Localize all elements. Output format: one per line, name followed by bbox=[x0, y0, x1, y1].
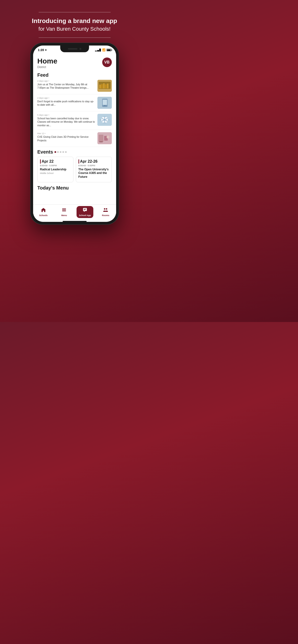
feed-thumbnail bbox=[97, 80, 112, 92]
event-time: 8:00AM - 5:00PM bbox=[40, 164, 71, 167]
nav-label-menu: Menu bbox=[61, 214, 67, 216]
home-header: Home District VB bbox=[37, 58, 112, 69]
svg-point-29 bbox=[106, 208, 107, 210]
feed-item[interactable]: 5 days ago • School has been cancelled t… bbox=[37, 114, 112, 130]
nav-label-rooms: Rooms bbox=[102, 214, 109, 216]
chat-icon bbox=[83, 208, 87, 214]
dot-3 bbox=[60, 151, 61, 153]
svg-rect-23 bbox=[62, 210, 66, 211]
svg-rect-14 bbox=[99, 135, 103, 142]
event-name: Radical Leadership bbox=[40, 168, 71, 172]
events-header: Events bbox=[37, 149, 112, 155]
event-time: 8:00AM - 5:00PM bbox=[78, 164, 109, 167]
home-indicator bbox=[63, 221, 87, 222]
feed-body: Join us at The Center on Monday, July 8t… bbox=[37, 83, 95, 90]
notch bbox=[60, 46, 89, 52]
battery-fill bbox=[107, 49, 111, 51]
menu-icon bbox=[62, 208, 66, 214]
notch-camera bbox=[79, 48, 81, 50]
svg-rect-6 bbox=[107, 84, 108, 88]
location-arrow-icon: ➤ bbox=[45, 49, 47, 51]
nav-item-rooms[interactable]: Rooms bbox=[97, 206, 114, 218]
screen-content: Home District VB Feed 2 days ago • Join … bbox=[33, 54, 116, 222]
feed-thumbnail bbox=[97, 132, 112, 144]
feed-body: School has been cancelled today due to s… bbox=[37, 117, 95, 127]
avatar[interactable]: VB bbox=[102, 58, 112, 67]
event-bar bbox=[78, 159, 79, 164]
nav-label-schools: Schools bbox=[39, 214, 48, 216]
feed-body: CVE Giving Club Uses 3D Printing for Ser… bbox=[37, 135, 95, 142]
home-subtitle: District bbox=[37, 66, 46, 69]
signal-icon: ▂▄█ bbox=[95, 49, 101, 51]
feed-item-text: Mar 12 • CVE Giving Club Uses 3D Printin… bbox=[37, 132, 95, 144]
bottom-divider bbox=[39, 38, 111, 38]
dot-2 bbox=[57, 151, 59, 153]
dot-4 bbox=[62, 151, 64, 153]
event-location: Middle School bbox=[40, 172, 71, 174]
event-name: The Open University's Course A305 and th… bbox=[78, 168, 109, 179]
svg-point-28 bbox=[104, 208, 105, 210]
home-title-group: Home District bbox=[37, 58, 57, 69]
bottom-nav: Schools Menu bbox=[33, 204, 116, 220]
svg-rect-3 bbox=[101, 84, 103, 88]
building-icon bbox=[41, 208, 46, 214]
events-section-title: Events bbox=[37, 149, 53, 155]
nav-item-schools[interactable]: Schools bbox=[35, 206, 52, 218]
nav-label-school-app: School App bbox=[79, 214, 91, 216]
avatar-initials: VB bbox=[104, 60, 109, 64]
svg-rect-5 bbox=[105, 84, 106, 88]
wifi-icon: 📶 bbox=[102, 48, 106, 52]
nav-item-menu[interactable]: Menu bbox=[56, 206, 72, 218]
feed-item-text: 2 days ago • Join us at The Center on Mo… bbox=[37, 80, 95, 92]
svg-rect-24 bbox=[83, 208, 87, 211]
feed-item[interactable]: 2 days ago • Join us at The Center on Mo… bbox=[37, 80, 112, 94]
svg-rect-27 bbox=[84, 210, 85, 210]
content-scroll: Home District VB Feed 2 days ago • Join … bbox=[33, 54, 116, 204]
svg-rect-2 bbox=[99, 84, 101, 88]
event-date: Apr 22 bbox=[40, 159, 71, 164]
svg-rect-20 bbox=[43, 210, 44, 212]
phone-screen: 1:20 ➤ ▂▄█ 📶 Home bbox=[33, 46, 116, 222]
feed-body: Don't forget to enable push notification… bbox=[37, 100, 95, 106]
feed-section-title: Feed bbox=[37, 72, 112, 78]
battery-icon bbox=[106, 49, 111, 51]
feed-item-text: 2 days ago • Don't forget to enable push… bbox=[37, 97, 95, 109]
feed-item[interactable]: 2 days ago • Don't forget to enable push… bbox=[37, 97, 112, 112]
hero-headline: Introducing a brand new app for Van Bure… bbox=[22, 12, 127, 38]
svg-marker-19 bbox=[41, 208, 46, 210]
phone-mockup: 1:20 ➤ ▂▄█ 📶 Home bbox=[30, 43, 119, 225]
home-title: Home bbox=[37, 58, 57, 65]
feed-meta: 2 days ago • bbox=[37, 80, 95, 82]
event-card[interactable]: Apr 22 8:00AM - 5:00PM Radical Leadershi… bbox=[37, 157, 73, 182]
feed-thumbnail bbox=[97, 114, 112, 126]
hero-line2: for Van Buren County Schools! bbox=[32, 26, 117, 32]
status-bar: 1:20 ➤ ▂▄█ 📶 bbox=[33, 46, 116, 54]
feed-meta: 5 days ago • bbox=[37, 114, 95, 116]
feed-meta: 2 days ago • bbox=[37, 97, 95, 99]
svg-rect-9 bbox=[103, 100, 107, 105]
svg-rect-4 bbox=[103, 84, 105, 88]
events-pagination-dots bbox=[54, 151, 67, 153]
dot-5 bbox=[65, 151, 67, 153]
hero-line1: Introducing a brand new app bbox=[32, 17, 117, 25]
feed-thumbnail bbox=[97, 97, 112, 109]
svg-rect-21 bbox=[62, 208, 66, 209]
notch-pill bbox=[68, 48, 77, 50]
feed-item[interactable]: Mar 12 • CVE Giving Club Uses 3D Printin… bbox=[37, 132, 112, 147]
event-date: Apr 22-26 bbox=[78, 159, 109, 164]
svg-rect-17 bbox=[99, 141, 103, 142]
status-icons: ▂▄█ 📶 bbox=[95, 48, 111, 52]
svg-marker-25 bbox=[84, 211, 85, 212]
dot-1 bbox=[54, 151, 56, 153]
event-card[interactable]: Apr 22-26 8:00AM - 5:00PM The Open Unive… bbox=[76, 157, 112, 182]
feed-meta: Mar 12 • bbox=[37, 132, 95, 135]
nav-item-school-app[interactable]: School App bbox=[77, 206, 93, 218]
events-row: Apr 22 8:00AM - 5:00PM Radical Leadershi… bbox=[37, 157, 112, 182]
status-time: 1:20 ➤ bbox=[38, 48, 47, 52]
svg-rect-22 bbox=[62, 210, 66, 210]
people-icon bbox=[103, 208, 108, 214]
svg-rect-26 bbox=[84, 209, 86, 209]
feed-item-text: 5 days ago • School has been cancelled t… bbox=[37, 114, 95, 127]
svg-point-10 bbox=[104, 105, 105, 106]
svg-point-16 bbox=[106, 136, 109, 138]
